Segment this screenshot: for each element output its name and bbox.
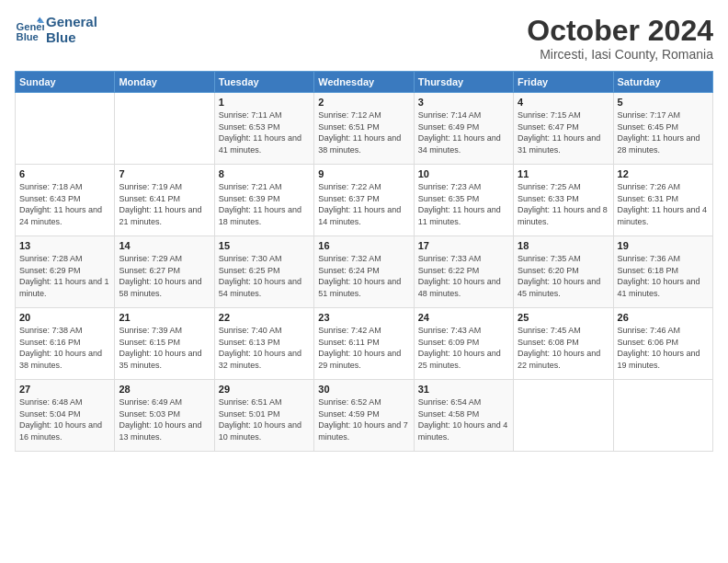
day-number: 31	[418, 384, 509, 395]
day-info: Sunrise: 7:26 AM Sunset: 6:31 PM Dayligh…	[618, 181, 709, 227]
weekday-header-tuesday: Tuesday	[214, 72, 313, 93]
day-cell: 16Sunrise: 7:32 AM Sunset: 6:24 PM Dayli…	[314, 236, 414, 308]
day-cell: 2Sunrise: 7:12 AM Sunset: 6:51 PM Daylig…	[314, 93, 414, 165]
day-cell: 19Sunrise: 7:36 AM Sunset: 6:18 PM Dayli…	[613, 236, 712, 308]
day-info: Sunrise: 7:25 AM Sunset: 6:33 PM Dayligh…	[518, 181, 609, 227]
day-cell	[514, 380, 613, 452]
day-info: Sunrise: 7:23 AM Sunset: 6:35 PM Dayligh…	[418, 181, 509, 227]
day-number: 9	[318, 168, 409, 179]
day-cell: 1Sunrise: 7:11 AM Sunset: 6:53 PM Daylig…	[214, 93, 313, 165]
svg-text:Blue: Blue	[17, 31, 39, 42]
header: General Blue General Blue October 2024 M…	[15, 15, 713, 62]
weekday-header-monday: Monday	[115, 72, 214, 93]
day-cell: 9Sunrise: 7:22 AM Sunset: 6:37 PM Daylig…	[314, 165, 414, 236]
logo-blue: Blue	[46, 30, 97, 46]
day-number: 11	[518, 168, 609, 179]
day-cell: 6Sunrise: 7:18 AM Sunset: 6:43 PM Daylig…	[16, 165, 115, 236]
day-info: Sunrise: 7:30 AM Sunset: 6:25 PM Dayligh…	[219, 253, 310, 299]
day-cell: 11Sunrise: 7:25 AM Sunset: 6:33 PM Dayli…	[514, 165, 613, 236]
day-cell: 10Sunrise: 7:23 AM Sunset: 6:35 PM Dayli…	[414, 165, 513, 236]
logo-general: General	[46, 15, 97, 30]
day-cell: 5Sunrise: 7:17 AM Sunset: 6:45 PM Daylig…	[613, 93, 712, 165]
week-row-4: 20Sunrise: 7:38 AM Sunset: 6:16 PM Dayli…	[16, 308, 713, 380]
day-cell: 8Sunrise: 7:21 AM Sunset: 6:39 PM Daylig…	[214, 165, 313, 236]
week-row-3: 13Sunrise: 7:28 AM Sunset: 6:29 PM Dayli…	[16, 236, 713, 308]
day-info: Sunrise: 7:38 AM Sunset: 6:16 PM Dayligh…	[19, 325, 110, 371]
day-cell	[613, 380, 712, 452]
day-number: 14	[119, 240, 210, 251]
day-cell: 14Sunrise: 7:29 AM Sunset: 6:27 PM Dayli…	[115, 236, 214, 308]
day-info: Sunrise: 7:35 AM Sunset: 6:20 PM Dayligh…	[518, 253, 609, 299]
day-number: 8	[219, 168, 310, 179]
day-info: Sunrise: 7:18 AM Sunset: 6:43 PM Dayligh…	[19, 181, 110, 227]
logo-icon: General Blue	[15, 16, 44, 45]
day-number: 27	[19, 384, 110, 395]
day-cell: 23Sunrise: 7:42 AM Sunset: 6:11 PM Dayli…	[314, 308, 414, 380]
weekday-header-saturday: Saturday	[613, 72, 712, 93]
day-cell: 27Sunrise: 6:48 AM Sunset: 5:04 PM Dayli…	[16, 380, 115, 452]
day-number: 3	[418, 97, 509, 108]
day-number: 15	[219, 240, 310, 251]
day-info: Sunrise: 7:17 AM Sunset: 6:45 PM Dayligh…	[618, 109, 709, 155]
day-info: Sunrise: 7:33 AM Sunset: 6:22 PM Dayligh…	[418, 253, 509, 299]
day-info: Sunrise: 7:45 AM Sunset: 6:08 PM Dayligh…	[518, 325, 609, 371]
header-right: October 2024 Mircesti, Iasi County, Roma…	[527, 15, 713, 62]
day-info: Sunrise: 7:22 AM Sunset: 6:37 PM Dayligh…	[318, 181, 409, 227]
day-info: Sunrise: 6:51 AM Sunset: 5:01 PM Dayligh…	[219, 396, 310, 442]
day-info: Sunrise: 7:42 AM Sunset: 6:11 PM Dayligh…	[318, 325, 409, 371]
day-number: 16	[318, 240, 409, 251]
weekday-header-sunday: Sunday	[16, 72, 115, 93]
day-number: 6	[19, 168, 110, 179]
day-number: 12	[618, 168, 709, 179]
day-info: Sunrise: 7:43 AM Sunset: 6:09 PM Dayligh…	[418, 325, 509, 371]
day-number: 13	[19, 240, 110, 251]
day-info: Sunrise: 7:15 AM Sunset: 6:47 PM Dayligh…	[518, 109, 609, 155]
day-cell: 18Sunrise: 7:35 AM Sunset: 6:20 PM Dayli…	[514, 236, 613, 308]
day-info: Sunrise: 7:39 AM Sunset: 6:15 PM Dayligh…	[119, 325, 210, 371]
day-info: Sunrise: 7:12 AM Sunset: 6:51 PM Dayligh…	[318, 109, 409, 155]
week-row-1: 1Sunrise: 7:11 AM Sunset: 6:53 PM Daylig…	[16, 93, 713, 165]
day-number: 28	[119, 384, 210, 395]
day-number: 2	[318, 97, 409, 108]
day-cell: 25Sunrise: 7:45 AM Sunset: 6:08 PM Dayli…	[514, 308, 613, 380]
day-cell: 29Sunrise: 6:51 AM Sunset: 5:01 PM Dayli…	[214, 380, 313, 452]
day-number: 25	[518, 312, 609, 323]
day-info: Sunrise: 7:28 AM Sunset: 6:29 PM Dayligh…	[19, 253, 110, 299]
day-cell: 20Sunrise: 7:38 AM Sunset: 6:16 PM Dayli…	[16, 308, 115, 380]
day-number: 18	[518, 240, 609, 251]
day-info: Sunrise: 7:36 AM Sunset: 6:18 PM Dayligh…	[618, 253, 709, 299]
day-number: 30	[318, 384, 409, 395]
weekday-header-row: SundayMondayTuesdayWednesdayThursdayFrid…	[16, 72, 713, 93]
day-info: Sunrise: 7:11 AM Sunset: 6:53 PM Dayligh…	[219, 109, 310, 155]
logo: General Blue General Blue	[15, 15, 97, 45]
day-info: Sunrise: 7:40 AM Sunset: 6:13 PM Dayligh…	[219, 325, 310, 371]
day-number: 7	[119, 168, 210, 179]
day-cell: 24Sunrise: 7:43 AM Sunset: 6:09 PM Dayli…	[414, 308, 513, 380]
day-info: Sunrise: 6:48 AM Sunset: 5:04 PM Dayligh…	[19, 396, 110, 442]
day-cell: 15Sunrise: 7:30 AM Sunset: 6:25 PM Dayli…	[214, 236, 313, 308]
weekday-header-wednesday: Wednesday	[314, 72, 414, 93]
day-number: 24	[418, 312, 509, 323]
day-info: Sunrise: 6:54 AM Sunset: 4:58 PM Dayligh…	[418, 396, 509, 442]
page: General Blue General Blue October 2024 M…	[0, 0, 728, 563]
week-row-2: 6Sunrise: 7:18 AM Sunset: 6:43 PM Daylig…	[16, 165, 713, 236]
day-cell: 7Sunrise: 7:19 AM Sunset: 6:41 PM Daylig…	[115, 165, 214, 236]
month-title: October 2024	[527, 15, 713, 47]
calendar-table: SundayMondayTuesdayWednesdayThursdayFrid…	[15, 71, 713, 452]
day-info: Sunrise: 7:29 AM Sunset: 6:27 PM Dayligh…	[119, 253, 210, 299]
day-number: 26	[618, 312, 709, 323]
day-number: 19	[618, 240, 709, 251]
day-cell: 22Sunrise: 7:40 AM Sunset: 6:13 PM Dayli…	[214, 308, 313, 380]
day-cell: 21Sunrise: 7:39 AM Sunset: 6:15 PM Dayli…	[115, 308, 214, 380]
day-info: Sunrise: 7:46 AM Sunset: 6:06 PM Dayligh…	[618, 325, 709, 371]
weekday-header-friday: Friday	[514, 72, 613, 93]
day-info: Sunrise: 7:21 AM Sunset: 6:39 PM Dayligh…	[219, 181, 310, 227]
day-info: Sunrise: 7:14 AM Sunset: 6:49 PM Dayligh…	[418, 109, 509, 155]
day-number: 21	[119, 312, 210, 323]
day-cell: 13Sunrise: 7:28 AM Sunset: 6:29 PM Dayli…	[16, 236, 115, 308]
day-cell: 4Sunrise: 7:15 AM Sunset: 6:47 PM Daylig…	[514, 93, 613, 165]
day-cell: 28Sunrise: 6:49 AM Sunset: 5:03 PM Dayli…	[115, 380, 214, 452]
day-number: 4	[518, 97, 609, 108]
day-cell	[16, 93, 115, 165]
weekday-header-thursday: Thursday	[414, 72, 513, 93]
